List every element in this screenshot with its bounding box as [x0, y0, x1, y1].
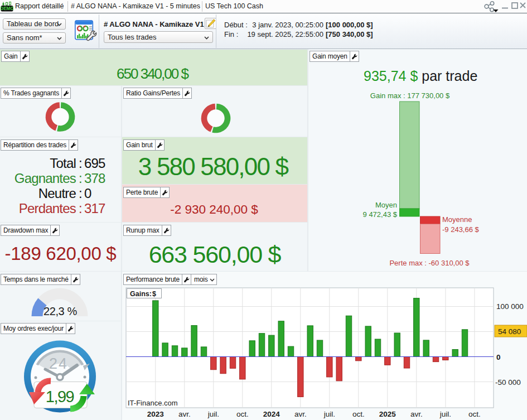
svg-text::: :: [79, 171, 82, 186]
svg-text:-9 243,66 $: -9 243,66 $: [442, 225, 480, 234]
svg-text:0: 0: [496, 353, 501, 361]
svg-text:oct.: oct.: [352, 410, 365, 418]
svg-text:935,74 $ par trade: 935,74 $ par trade: [364, 68, 477, 84]
svg-text::: :: [79, 156, 82, 171]
svg-text:9 472,43 $: 9 472,43 $: [363, 210, 398, 219]
svg-text:oct.: oct.: [468, 410, 481, 418]
svg-text:Moyenne: Moyenne: [442, 215, 472, 224]
svg-text:-189 620,00 $: -189 620,00 $: [5, 243, 117, 264]
svg-text:oct.: oct.: [236, 410, 249, 418]
svg-text:juil.: juil.: [207, 410, 219, 418]
svg-text:2025: 2025: [379, 410, 397, 418]
svg-text:avr.: avr.: [178, 410, 191, 418]
svg-text:avr.: avr.: [410, 410, 423, 418]
svg-text:Gains: $: Gains: $: [130, 290, 156, 298]
svg-text:0: 0: [84, 186, 91, 201]
svg-text:-2 930 240,00 $: -2 930 240,00 $: [170, 202, 258, 216]
svg-text:juil.: juil.: [439, 410, 451, 418]
svg-text:1,99: 1,99: [46, 388, 74, 405]
svg-text:Neutre: Neutre: [38, 186, 76, 201]
svg-text:317: 317: [84, 201, 105, 216]
svg-text:IT-Finance.com: IT-Finance.com: [128, 399, 178, 407]
svg-text:DEMO: DEMO: [1, 6, 13, 11]
svg-text:juil.: juil.: [323, 410, 335, 418]
svg-text:-50 000: -50 000: [495, 378, 521, 387]
svg-text::: :: [79, 201, 82, 216]
svg-text::: :: [79, 186, 82, 201]
svg-text:avr.: avr.: [294, 410, 307, 418]
svg-text:Total: Total: [50, 156, 76, 171]
svg-text:22,3 %: 22,3 %: [43, 305, 77, 317]
svg-text:Perte max : -60 310,00 $: Perte max : -60 310,00 $: [389, 259, 470, 267]
svg-text:Gagnantes: Gagnantes: [14, 171, 76, 186]
svg-text:54 080: 54 080: [498, 327, 521, 336]
svg-text:24: 24: [49, 355, 68, 372]
svg-text:378: 378: [84, 171, 105, 186]
svg-text:3 580 580,00 $: 3 580 580,00 $: [138, 153, 289, 180]
svg-text:Gain max : 177 730,00 $: Gain max : 177 730,00 $: [370, 91, 450, 100]
svg-text:2023: 2023: [147, 410, 165, 418]
svg-text:Moyen: Moyen: [375, 201, 397, 209]
svg-text:100 000: 100 000: [496, 302, 524, 311]
svg-text:Perdantes: Perdantes: [19, 201, 76, 216]
svg-text:650 340,00 $: 650 340,00 $: [117, 65, 189, 82]
svg-text:695: 695: [84, 156, 105, 171]
svg-text:2024: 2024: [263, 410, 281, 418]
svg-text:663 560,00 $: 663 560,00 $: [149, 241, 282, 268]
